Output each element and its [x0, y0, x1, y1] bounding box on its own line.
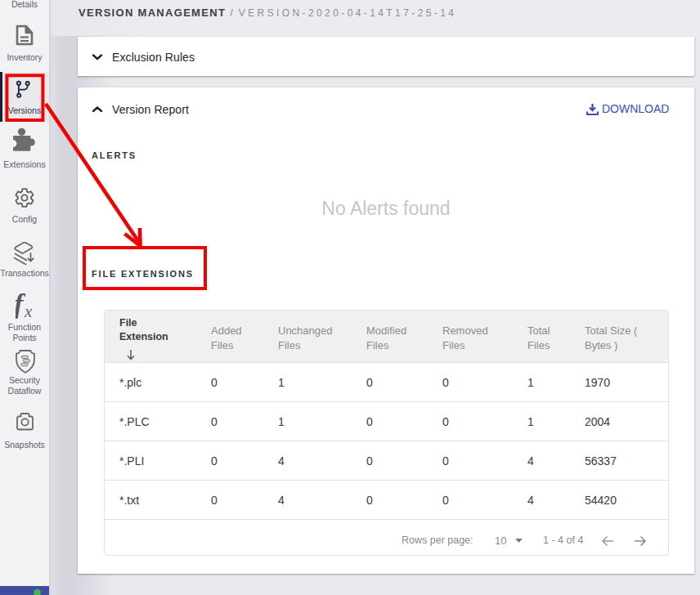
svg-text:x: x: [24, 302, 33, 321]
